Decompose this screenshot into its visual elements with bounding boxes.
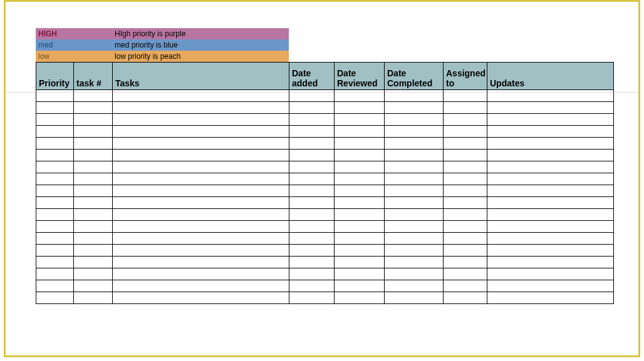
- cell-date_added[interactable]: [289, 161, 335, 173]
- cell-date_added[interactable]: [289, 268, 335, 280]
- cell-date_completed[interactable]: [385, 233, 444, 245]
- cell-priority[interactable]: [36, 257, 74, 268]
- cell-updates[interactable]: [487, 90, 614, 102]
- cell-updates[interactable]: [487, 233, 614, 245]
- cell-task_num[interactable]: [74, 209, 113, 221]
- cell-assigned_to[interactable]: [444, 185, 487, 197]
- cell-date_completed[interactable]: [385, 114, 444, 126]
- cell-date_reviewed[interactable]: [335, 209, 385, 221]
- cell-assigned_to[interactable]: [444, 161, 487, 173]
- cell-date_completed[interactable]: [385, 150, 444, 161]
- cell-date_completed[interactable]: [385, 102, 444, 114]
- cell-date_reviewed[interactable]: [335, 173, 385, 185]
- cell-task_num[interactable]: [74, 150, 113, 161]
- cell-date_added[interactable]: [289, 126, 335, 138]
- cell-date_added[interactable]: [289, 90, 335, 102]
- col-header-date-reviewed[interactable]: Date Reviewed: [335, 63, 385, 90]
- cell-date_completed[interactable]: [385, 90, 444, 102]
- cell-updates[interactable]: [487, 114, 614, 126]
- cell-priority[interactable]: [36, 292, 74, 304]
- cell-assigned_to[interactable]: [444, 150, 487, 161]
- cell-date_added[interactable]: [289, 221, 335, 233]
- cell-date_added[interactable]: [289, 209, 335, 221]
- cell-assigned_to[interactable]: [444, 245, 487, 257]
- cell-date_reviewed[interactable]: [335, 185, 385, 197]
- cell-updates[interactable]: [487, 138, 614, 150]
- cell-tasks[interactable]: [113, 221, 289, 233]
- cell-assigned_to[interactable]: [444, 280, 487, 292]
- cell-tasks[interactable]: [113, 292, 289, 304]
- cell-updates[interactable]: [487, 150, 614, 161]
- cell-date_added[interactable]: [289, 150, 335, 161]
- cell-task_num[interactable]: [74, 173, 113, 185]
- cell-updates[interactable]: [487, 280, 614, 292]
- cell-date_reviewed[interactable]: [335, 126, 385, 138]
- cell-tasks[interactable]: [113, 90, 289, 102]
- cell-tasks[interactable]: [113, 138, 289, 150]
- cell-tasks[interactable]: [113, 245, 289, 257]
- cell-updates[interactable]: [487, 209, 614, 221]
- cell-task_num[interactable]: [74, 233, 113, 245]
- cell-date_completed[interactable]: [385, 245, 444, 257]
- cell-priority[interactable]: [36, 185, 74, 197]
- cell-date_reviewed[interactable]: [335, 292, 385, 304]
- cell-tasks[interactable]: [113, 268, 289, 280]
- cell-task_num[interactable]: [74, 114, 113, 126]
- col-header-tasks[interactable]: Tasks: [113, 63, 289, 90]
- cell-date_completed[interactable]: [385, 257, 444, 268]
- cell-updates[interactable]: [487, 292, 614, 304]
- cell-assigned_to[interactable]: [444, 292, 487, 304]
- cell-assigned_to[interactable]: [444, 90, 487, 102]
- cell-date_reviewed[interactable]: [335, 197, 385, 209]
- cell-date_reviewed[interactable]: [335, 245, 385, 257]
- cell-assigned_to[interactable]: [444, 138, 487, 150]
- col-header-date-completed[interactable]: Date Completed: [385, 63, 444, 90]
- cell-assigned_to[interactable]: [444, 257, 487, 268]
- cell-date_completed[interactable]: [385, 280, 444, 292]
- cell-tasks[interactable]: [113, 173, 289, 185]
- cell-date_added[interactable]: [289, 114, 335, 126]
- cell-task_num[interactable]: [74, 280, 113, 292]
- cell-assigned_to[interactable]: [444, 114, 487, 126]
- cell-tasks[interactable]: [113, 197, 289, 209]
- cell-task_num[interactable]: [74, 102, 113, 114]
- cell-date_reviewed[interactable]: [335, 150, 385, 161]
- cell-updates[interactable]: [487, 185, 614, 197]
- cell-tasks[interactable]: [113, 102, 289, 114]
- cell-priority[interactable]: [36, 197, 74, 209]
- cell-date_added[interactable]: [289, 257, 335, 268]
- cell-priority[interactable]: [36, 280, 74, 292]
- cell-date_added[interactable]: [289, 102, 335, 114]
- cell-date_reviewed[interactable]: [335, 280, 385, 292]
- cell-priority[interactable]: [36, 221, 74, 233]
- cell-tasks[interactable]: [113, 280, 289, 292]
- cell-date_reviewed[interactable]: [335, 221, 385, 233]
- cell-date_reviewed[interactable]: [335, 161, 385, 173]
- cell-date_completed[interactable]: [385, 138, 444, 150]
- cell-priority[interactable]: [36, 245, 74, 257]
- cell-priority[interactable]: [36, 126, 74, 138]
- cell-tasks[interactable]: [113, 126, 289, 138]
- cell-date_added[interactable]: [289, 138, 335, 150]
- cell-date_completed[interactable]: [385, 173, 444, 185]
- cell-priority[interactable]: [36, 102, 74, 114]
- cell-tasks[interactable]: [113, 150, 289, 161]
- cell-date_reviewed[interactable]: [335, 138, 385, 150]
- col-header-task-num[interactable]: task #: [74, 63, 113, 90]
- cell-date_reviewed[interactable]: [335, 233, 385, 245]
- cell-updates[interactable]: [487, 245, 614, 257]
- cell-date_reviewed[interactable]: [335, 90, 385, 102]
- col-header-date-added[interactable]: Date added: [289, 63, 335, 90]
- cell-assigned_to[interactable]: [444, 173, 487, 185]
- cell-date_completed[interactable]: [385, 185, 444, 197]
- cell-date_completed[interactable]: [385, 221, 444, 233]
- cell-task_num[interactable]: [74, 245, 113, 257]
- cell-task_num[interactable]: [74, 90, 113, 102]
- cell-task_num[interactable]: [74, 197, 113, 209]
- cell-task_num[interactable]: [74, 292, 113, 304]
- cell-priority[interactable]: [36, 268, 74, 280]
- cell-date_added[interactable]: [289, 185, 335, 197]
- cell-priority[interactable]: [36, 90, 74, 102]
- col-header-assigned-to[interactable]: Assigned to: [444, 63, 487, 90]
- cell-date_added[interactable]: [289, 233, 335, 245]
